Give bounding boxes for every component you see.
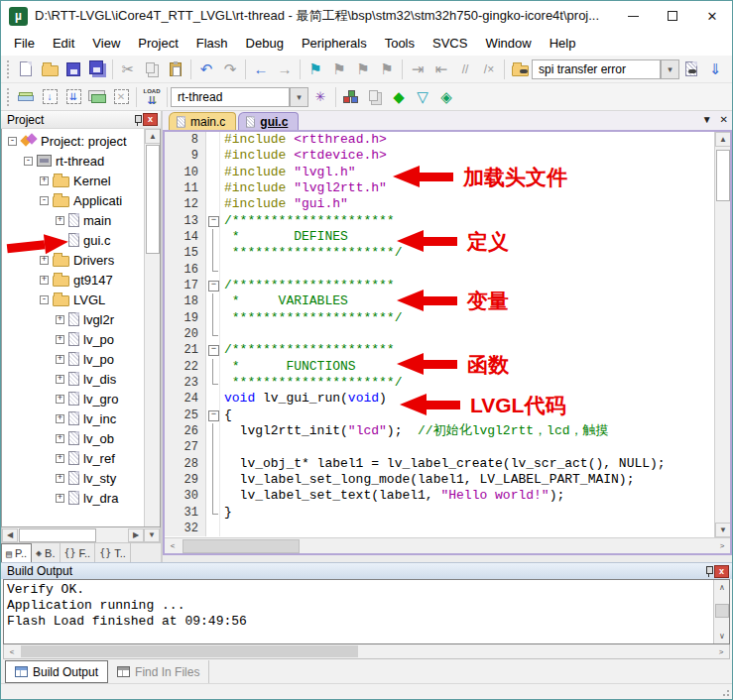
menu-item-help[interactable]: Help xyxy=(541,33,585,54)
code-line-18[interactable]: 18 * VARIABLES xyxy=(165,293,714,309)
tree-item-lv-gro[interactable]: +lv_gro xyxy=(2,389,144,408)
fold-marker[interactable] xyxy=(206,245,220,261)
code-line-8[interactable]: 8#include <rtthread.h> xyxy=(165,132,714,148)
bookmark-next-icon[interactable]: ⚑ xyxy=(327,58,351,81)
fold-marker[interactable] xyxy=(206,310,220,326)
collapse-icon[interactable]: - xyxy=(40,295,49,304)
scroll-thumb[interactable] xyxy=(715,604,729,618)
cut-icon[interactable]: ✂ xyxy=(116,58,140,81)
toolbar-drag-handle[interactable] xyxy=(6,59,11,79)
expand-icon[interactable]: + xyxy=(40,256,49,265)
code-line-32[interactable]: 32 xyxy=(165,521,714,536)
code-line-11[interactable]: 11#include "lvgl2rtt.h" xyxy=(165,180,714,196)
expand-icon[interactable]: + xyxy=(56,355,64,364)
incremental-find-icon[interactable]: ⇓ xyxy=(703,58,727,81)
scroll-thumb[interactable] xyxy=(21,645,358,657)
pin-icon[interactable] xyxy=(133,114,143,126)
scroll-up-icon[interactable]: ∧ xyxy=(714,580,730,595)
panel-functions-tab-icon[interactable]: {}F.. xyxy=(61,543,96,562)
scroll-thumb[interactable] xyxy=(183,539,300,553)
collapse-icon[interactable]: - xyxy=(24,157,33,166)
search-combobox[interactable]: spi transfer error xyxy=(532,59,661,79)
fold-marker[interactable] xyxy=(206,262,220,278)
multi-project-icon[interactable] xyxy=(363,85,387,109)
tree-item-lv-dis[interactable]: +lv_dis xyxy=(2,369,144,389)
code-line-31[interactable]: 31} xyxy=(165,505,714,521)
scroll-up-icon[interactable]: ▲ xyxy=(145,129,161,144)
code-line-24[interactable]: 24void lv_gui_run(void) xyxy=(165,391,714,407)
code-editor[interactable]: 8#include <rtthread.h>9#include <rtdevic… xyxy=(163,132,732,555)
expand-icon[interactable]: + xyxy=(56,414,64,423)
expand-icon[interactable]: + xyxy=(40,176,49,185)
tab-main-c[interactable]: main.c xyxy=(169,112,236,130)
expand-icon[interactable]: + xyxy=(56,335,64,344)
project-tree-vscrollbar[interactable]: ▲ xyxy=(144,129,160,526)
code-line-26[interactable]: 26 lvgl2rtt_init("lcd"); //初始化lvgl2rtt，l… xyxy=(165,423,714,439)
code-line-15[interactable]: 15 *********************/ xyxy=(165,245,714,261)
tree-item-gt9147[interactable]: +gt9147 xyxy=(2,270,144,290)
navigate-back-icon[interactable]: ← xyxy=(249,58,273,81)
tab-gui-c[interactable]: gui.c xyxy=(238,112,299,130)
panel-project-tab-icon[interactable]: ▤P.. xyxy=(1,543,32,562)
undo-icon[interactable]: ↶ xyxy=(194,58,218,81)
build-icon[interactable]: ↓ xyxy=(38,85,61,109)
bookmark-clear-icon[interactable]: ⚑ xyxy=(375,58,399,81)
panel-templates-tab-icon[interactable]: {}T.. xyxy=(95,543,131,562)
fold-marker[interactable] xyxy=(206,359,220,375)
scroll-left-icon[interactable]: < xyxy=(165,538,181,553)
menu-item-tools[interactable]: Tools xyxy=(376,33,424,54)
comment-selection-icon[interactable]: // xyxy=(453,58,477,81)
tree-item-lv-ob[interactable]: +lv_ob xyxy=(2,428,144,448)
copy-icon[interactable] xyxy=(140,58,164,81)
minimize-button[interactable] xyxy=(613,1,653,31)
expand-icon[interactable]: + xyxy=(56,395,64,404)
menu-item-view[interactable]: View xyxy=(83,33,129,54)
tree-item-lv-dra[interactable]: +lv_dra xyxy=(2,488,144,508)
paste-icon[interactable] xyxy=(164,58,187,81)
tree-item-lvgl[interactable]: -LVGL xyxy=(2,290,144,309)
build-output-console[interactable]: Verify OK.Application running ...Flash L… xyxy=(3,579,730,644)
code-line-30[interactable]: 30 lv_label_set_text(label1, "Hello worl… xyxy=(165,488,714,504)
project-window-icon[interactable]: ◆ xyxy=(387,85,411,109)
fold-marker[interactable] xyxy=(206,505,220,521)
download-load-icon[interactable]: LOAD⇊ xyxy=(140,85,164,109)
save-button[interactable] xyxy=(61,58,85,81)
code-line-14[interactable]: 14 * DEFINES xyxy=(165,229,714,245)
code-line-21[interactable]: 21/********************* xyxy=(165,342,714,358)
new-file-button[interactable] xyxy=(14,58,38,81)
close-button[interactable]: ✕ xyxy=(692,1,732,31)
tree-item-project-project[interactable]: -Project: project xyxy=(2,131,144,151)
options-for-target-icon[interactable]: ✳ xyxy=(308,85,332,109)
code-line-10[interactable]: 10#include "lvgl.h" xyxy=(165,165,714,180)
manage-project-items-icon[interactable] xyxy=(339,85,363,109)
scroll-right-icon[interactable]: > xyxy=(714,538,730,553)
tree-item-kernel[interactable]: +Kernel xyxy=(2,171,144,190)
code-line-19[interactable]: 19 *********************/ xyxy=(165,310,714,326)
editor-hscrollbar[interactable]: < > xyxy=(165,537,730,553)
menu-item-edit[interactable]: Edit xyxy=(44,33,83,54)
build-output-hscrollbar[interactable]: < > xyxy=(3,644,730,659)
tree-item-rt-thread[interactable]: -rt-thread xyxy=(2,151,144,171)
resize-grip[interactable] xyxy=(720,687,730,697)
fold-marker[interactable] xyxy=(206,342,220,358)
scroll-thumb[interactable] xyxy=(716,150,730,201)
target-select[interactable]: rt-thread xyxy=(171,87,290,107)
scroll-left-icon[interactable]: ◀ xyxy=(2,528,18,542)
code-line-25[interactable]: 25{ xyxy=(165,408,714,423)
expand-icon[interactable]: + xyxy=(56,375,64,384)
build-output-close-icon[interactable]: x xyxy=(714,565,729,578)
tab-find-in-files[interactable]: Find In Files xyxy=(108,660,209,683)
editor-vscrollbar[interactable]: ▲ ▼ xyxy=(714,132,730,537)
tree-item-lv-po[interactable]: +lv_po xyxy=(2,349,144,369)
scroll-down-icon[interactable]: ∨ xyxy=(714,629,730,643)
code-line-17[interactable]: 17/********************* xyxy=(165,278,714,293)
code-line-27[interactable]: 27 xyxy=(165,439,714,455)
project-tree-hscrollbar[interactable]: ◀ ▶ ▼ xyxy=(1,527,161,543)
scroll-left-icon[interactable]: < xyxy=(4,645,20,658)
uncomment-selection-icon[interactable]: /× xyxy=(477,58,501,81)
project-panel-close-icon[interactable]: x xyxy=(143,113,158,126)
redo-icon[interactable]: ↷ xyxy=(218,58,242,81)
scroll-thumb[interactable] xyxy=(146,145,160,254)
navigate-forward-icon[interactable]: → xyxy=(273,58,297,81)
menu-item-file[interactable]: File xyxy=(5,33,44,54)
